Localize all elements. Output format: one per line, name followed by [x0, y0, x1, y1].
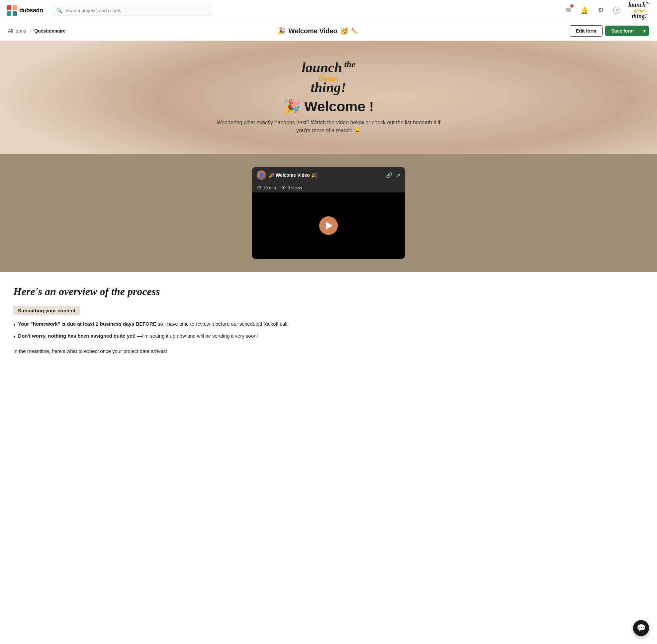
all-forms-link[interactable]: All forms	[8, 28, 26, 33]
content-para: In the meantime, here's what to expect o…	[13, 347, 359, 355]
video-card-header: 👤 🎉 Welcome Video 🎉 🔗 ↗	[252, 167, 405, 183]
play-button[interactable]	[319, 216, 338, 235]
video-meta: ⏱ 10 min 👁 9 views	[252, 183, 405, 192]
mail-button[interactable]: ✉	[564, 5, 572, 16]
welcome-emoji: 🎉	[283, 99, 301, 114]
help-button[interactable]: ?	[612, 5, 622, 15]
search-bar[interactable]: 🔍	[52, 5, 211, 16]
breadcrumb-bar: All forms › Questionnaire 🎉 Welcome Vide…	[0, 21, 657, 41]
hero-section: launch the damn thing! 🎉 Welcome ! Wonde…	[0, 41, 657, 154]
bullet-dot: •	[13, 332, 15, 342]
brand-logo-nav: launchthe damn thing!	[629, 1, 650, 20]
hero-content: launch the damn thing! 🎉 Welcome ! Wonde…	[216, 60, 441, 135]
video-external-button[interactable]: ↗	[396, 172, 400, 179]
gear-icon: ⚙	[598, 7, 604, 14]
video-player[interactable]	[252, 192, 405, 259]
svg-rect-0	[7, 5, 11, 10]
breadcrumb-separator: ›	[29, 28, 31, 33]
top-navigation: dubsado 🔍 ✉ 🔔 ⚙ ? launchthe damn thing!	[0, 0, 657, 21]
svg-rect-2	[7, 11, 11, 16]
views-icon: 👁	[281, 185, 286, 190]
nav-icons: ✉ 🔔 ⚙ ? launchthe damn thing!	[564, 1, 650, 20]
save-form-dropdown-button[interactable]: ▾	[640, 26, 649, 36]
form-title-area: 🎉 Welcome Video 🥳 ✏️	[66, 27, 570, 35]
video-section: 👤 🎉 Welcome Video 🎉 🔗 ↗ ⏱ 10 min 👁 9 v	[0, 154, 657, 272]
video-avatar: 👤	[257, 170, 266, 180]
app-name: dubsado	[19, 7, 43, 14]
edit-form-button[interactable]: Edit form	[570, 25, 603, 37]
bullet-dot: •	[13, 320, 15, 330]
title-emoji-left: 🎉	[278, 27, 286, 35]
edit-pencil-icon[interactable]: ✏️	[351, 28, 358, 34]
mail-badge	[570, 4, 573, 8]
bell-icon: 🔔	[580, 7, 589, 14]
submitting-badge: Submitting your content	[13, 306, 80, 315]
dubsado-logo-icon	[7, 5, 17, 16]
search-icon: 🔍	[56, 7, 63, 14]
bullet2-bold: Don't worry, nothing has been assigned q…	[18, 333, 136, 339]
video-card: 👤 🎉 Welcome Video 🎉 🔗 ↗ ⏱ 10 min 👁 9 v	[252, 167, 405, 259]
video-duration: ⏱ 10 min	[257, 185, 276, 190]
save-form-group: Save form ▾	[605, 26, 649, 36]
video-title: 🎉 Welcome Video 🎉	[269, 172, 317, 178]
content-section: Here's an overview of the process Submit…	[0, 272, 372, 369]
bullet2-rest: —I'm setting it up now and will be sendi…	[137, 333, 258, 339]
settings-button[interactable]: ⚙	[596, 5, 605, 16]
hero-brand-logo: launch the damn thing!	[302, 60, 355, 94]
svg-rect-3	[13, 11, 17, 16]
list-item: • Your "homework" is due at least 2 busi…	[13, 320, 359, 330]
form-actions: Edit form Save form ▾	[570, 25, 649, 37]
hero-welcome: 🎉 Welcome !	[283, 98, 374, 115]
mail-icon: ✉	[565, 7, 571, 14]
video-header-left: 👤 🎉 Welcome Video 🎉	[257, 170, 317, 180]
duration-icon: ⏱	[257, 185, 261, 190]
hero-subtitle: Wondering what exactly happens next? Wat…	[216, 119, 441, 135]
breadcrumb-current: Questionnaire	[34, 28, 66, 33]
help-icon: ?	[613, 7, 620, 14]
list-item: • Don't worry, nothing has been assigned…	[13, 332, 359, 342]
logo-area: dubsado	[7, 5, 47, 16]
notifications-button[interactable]: 🔔	[579, 5, 590, 16]
bullet1-rest: so I have time to review it before our s…	[158, 321, 289, 327]
video-header-icons: 🔗 ↗	[386, 172, 400, 179]
save-form-button[interactable]: Save form	[605, 26, 640, 36]
breadcrumb: All forms › Questionnaire	[8, 28, 66, 33]
search-input[interactable]	[66, 8, 207, 13]
svg-rect-1	[13, 5, 17, 10]
form-title: Welcome Video	[289, 27, 337, 35]
video-link-button[interactable]: 🔗	[386, 172, 393, 179]
play-triangle-icon	[326, 222, 332, 230]
bullet-list: • Your "homework" is due at least 2 busi…	[13, 320, 359, 342]
title-emoji-right: 🥳	[340, 27, 348, 35]
section-heading: Here's an overview of the process	[13, 285, 359, 298]
video-views: 👁 9 views	[281, 185, 302, 190]
bullet1-bold: Your "homework" is due at least 2 busine…	[18, 321, 157, 327]
